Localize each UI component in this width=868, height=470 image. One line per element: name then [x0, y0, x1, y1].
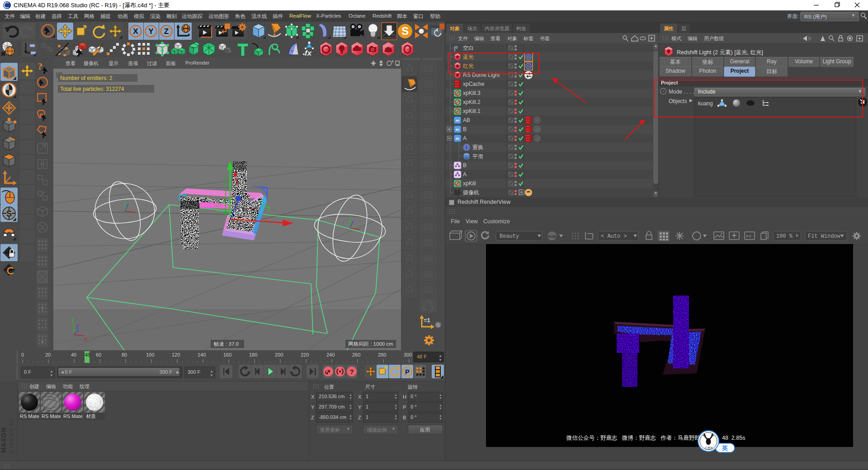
- svg-text:S: S: [6, 209, 12, 218]
- svg-text:Beauty: Beauty: [500, 233, 519, 240]
- svg-text:140: 140: [198, 352, 206, 357]
- svg-text:网格间距 : 1000 cm: 网格间距 : 1000 cm: [348, 341, 393, 347]
- svg-text:xpKill: xpKill: [463, 180, 476, 187]
- svg-text:60: 60: [96, 352, 101, 357]
- svg-text:RS Mate: RS Mate: [42, 414, 61, 419]
- svg-text:X: X: [84, 337, 88, 342]
- svg-text:?: ?: [38, 61, 42, 72]
- svg-text:英: 英: [722, 445, 728, 451]
- svg-text:帧速 : 37.0: 帧速 : 37.0: [214, 341, 239, 347]
- svg-text:0: 0: [21, 352, 24, 357]
- svg-text:Fit Window: Fit Window: [808, 233, 841, 240]
- svg-text:220: 220: [301, 352, 309, 357]
- svg-text:平滑: 平滑: [472, 153, 483, 160]
- svg-text:微信公众号：野鹿志 微博：野鹿志 作者：马鹿野郎: 微信公众号：野鹿志 微博：野鹿志 作者：马鹿野郎: [566, 435, 700, 441]
- svg-text:xpKill.3: xpKill.3: [463, 90, 481, 96]
- svg-text:120: 120: [172, 352, 180, 357]
- svg-text:行鹿志: 行鹿志: [705, 446, 713, 450]
- svg-text:RGB: RGB: [548, 235, 556, 239]
- svg-text:?: ?: [349, 368, 354, 376]
- svg-text:PV: PV: [746, 234, 751, 239]
- svg-text:200: 200: [275, 352, 283, 357]
- svg-text:100 %: 100 %: [776, 233, 793, 240]
- svg-text:置换: 置换: [472, 144, 483, 150]
- svg-text:B: B: [463, 126, 467, 132]
- svg-text:xpCache: xpCache: [463, 81, 485, 87]
- svg-text:xpKill.1: xpKill.1: [463, 108, 481, 114]
- svg-text:xpKill.2: xpKill.2: [463, 99, 481, 105]
- svg-text:240: 240: [326, 352, 335, 357]
- svg-text:Y: Y: [148, 27, 154, 36]
- svg-text:摄像机: 摄像机: [462, 189, 479, 196]
- svg-text:260: 260: [352, 352, 360, 357]
- svg-text:=1: =1: [424, 317, 430, 324]
- svg-text:280: 280: [378, 352, 386, 357]
- svg-text:Total live particles: 312274: Total live particles: 312274: [60, 86, 124, 92]
- svg-text:空白: 空白: [463, 45, 474, 51]
- svg-text:Z: Z: [164, 27, 169, 36]
- svg-text:X: X: [133, 27, 138, 36]
- svg-text:20: 20: [45, 352, 51, 357]
- svg-text:蓝光: 蓝光: [463, 54, 474, 60]
- svg-text:Y: Y: [71, 317, 75, 323]
- svg-text:100: 100: [146, 352, 154, 357]
- svg-text:RS Mate: RS Mate: [20, 414, 39, 419]
- svg-text:AB: AB: [463, 117, 470, 123]
- svg-text:红光: 红光: [462, 63, 474, 69]
- svg-text:< Auto >: < Auto >: [601, 233, 627, 240]
- svg-text:P: P: [405, 368, 410, 376]
- svg-text:材质: 材质: [86, 414, 96, 419]
- svg-text:A: A: [463, 135, 467, 141]
- svg-text:S: S: [401, 25, 409, 37]
- svg-text:A: A: [463, 171, 467, 178]
- svg-text:180: 180: [249, 352, 257, 357]
- svg-text:RS Dome Light: RS Dome Light: [463, 72, 500, 78]
- svg-text:48: 48: [85, 352, 90, 357]
- svg-text:fx: fx: [305, 49, 312, 57]
- svg-text:RS Mate: RS Mate: [63, 414, 83, 419]
- svg-text:300: 300: [404, 352, 412, 357]
- svg-text:160: 160: [223, 352, 231, 357]
- svg-text:Z: Z: [76, 324, 79, 329]
- svg-text:80: 80: [122, 352, 127, 357]
- svg-text:40: 40: [71, 352, 76, 357]
- svg-text:B: B: [463, 162, 467, 169]
- svg-text:Number of emitters: 2: Number of emitters: 2: [60, 75, 113, 81]
